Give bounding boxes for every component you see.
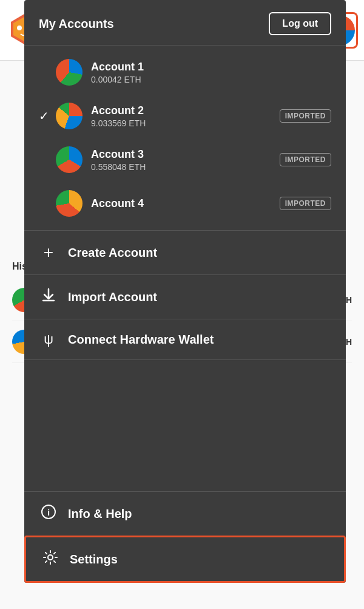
account-name-2: Account 2 <box>91 104 280 117</box>
import-account-icon <box>39 287 58 307</box>
create-account-item[interactable]: + Create Account <box>24 231 346 275</box>
account-check-2: ✓ <box>39 109 53 123</box>
settings-item[interactable]: Settings <box>24 536 346 583</box>
account-item-4[interactable]: Account 4 IMPORTED <box>24 182 346 225</box>
account-avatar-2 <box>56 103 83 129</box>
account-item-2[interactable]: ✓ Account 2 9.033569 ETH IMPORTED <box>24 94 346 138</box>
create-account-label: Create Account <box>68 246 157 260</box>
account-check-3 <box>39 153 53 167</box>
menu-items: + Create Account Import Account ψ Connec… <box>24 231 346 360</box>
accounts-dropdown: My Accounts Log out Account 1 0.00042 ET… <box>24 0 346 583</box>
info-help-label: Info & Help <box>68 507 132 521</box>
logout-button[interactable]: Log out <box>269 12 331 35</box>
account-check-1 <box>39 66 53 80</box>
account-item-3[interactable]: Account 3 0.558048 ETH IMPORTED <box>24 138 346 182</box>
info-help-item[interactable]: i Info & Help <box>24 491 346 536</box>
imported-badge-3: IMPORTED <box>280 153 331 166</box>
my-accounts-title: My Accounts <box>39 17 114 31</box>
account-info-1: Account 1 0.00042 ETH <box>91 61 331 84</box>
account-list: Account 1 0.00042 ETH ✓ Account 2 9.0335… <box>24 46 346 231</box>
account-balance-1: 0.00042 ETH <box>91 75 331 84</box>
account-info-4: Account 4 <box>91 197 280 210</box>
account-name-4: Account 4 <box>91 197 280 210</box>
settings-icon <box>41 549 60 569</box>
account-info-3: Account 3 0.558048 ETH <box>91 148 280 172</box>
dropdown-header: My Accounts Log out <box>24 0 346 46</box>
svg-point-8 <box>48 555 53 560</box>
import-account-label: Import Account <box>68 290 157 304</box>
import-account-item[interactable]: Import Account <box>24 275 346 319</box>
svg-text:i: i <box>47 507 50 517</box>
info-icon: i <box>39 504 58 523</box>
svg-point-2 <box>17 26 22 30</box>
connect-hardware-label: Connect Hardware Wallet <box>68 333 214 347</box>
account-name-1: Account 1 <box>91 61 331 73</box>
account-name-3: Account 3 <box>91 148 280 161</box>
account-avatar-3 <box>56 146 83 173</box>
account-item-1[interactable]: Account 1 0.00042 ETH <box>24 50 346 94</box>
create-account-icon: + <box>39 243 58 262</box>
connect-hardware-item[interactable]: ψ Connect Hardware Wallet <box>24 319 346 359</box>
account-check-4 <box>39 197 53 211</box>
spacer <box>24 360 346 491</box>
imported-badge-2: IMPORTED <box>280 109 331 123</box>
imported-badge-4: IMPORTED <box>280 197 331 210</box>
connect-hardware-icon: ψ <box>39 332 58 347</box>
account-avatar-1 <box>56 59 83 86</box>
account-info-2: Account 2 9.033569 ETH <box>91 104 280 128</box>
account-balance-3: 0.558048 ETH <box>91 162 280 172</box>
account-balance-2: 9.033569 ETH <box>91 118 280 128</box>
settings-label: Settings <box>70 553 118 566</box>
account-avatar-4 <box>56 190 83 217</box>
